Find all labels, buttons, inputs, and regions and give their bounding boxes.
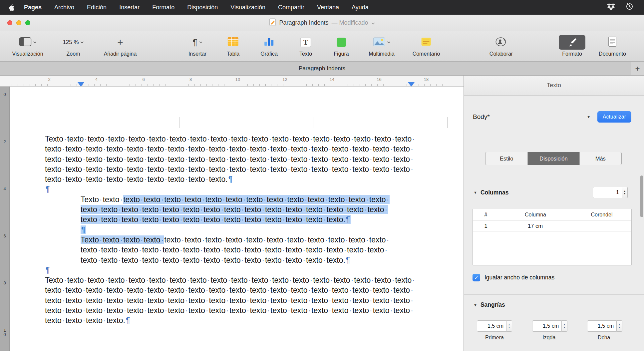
- indent-marker-right[interactable]: [408, 82, 415, 87]
- tab-mas[interactable]: Más: [579, 152, 621, 165]
- columns-disclosure-triangle-icon[interactable]: ▼: [474, 190, 477, 194]
- menu-item[interactable]: Pages: [18, 4, 48, 11]
- columns-table-cell[interactable]: [572, 220, 631, 231]
- table-button[interactable]: Tabla: [227, 34, 239, 57]
- view-button[interactable]: Visualización: [12, 34, 43, 57]
- document-tab[interactable]: Paragraph Indents: [299, 65, 345, 72]
- document-text[interactable]: Texto·texto·texto·texto·texto·texto·text…: [45, 134, 416, 326]
- text-line[interactable]: texto·texto·texto·texto·texto·texto·text…: [45, 154, 416, 164]
- menu-item[interactable]: Visualización: [224, 4, 272, 11]
- space-invisible-dot: ·: [62, 286, 66, 294]
- text-line[interactable]: Texto·texto·texto·texto·texto·texto·text…: [45, 235, 416, 245]
- space-invisible-dot: ·: [304, 235, 308, 244]
- document-button[interactable]: Documento: [599, 34, 626, 57]
- style-dropdown-caret-icon[interactable]: ▼: [587, 115, 591, 119]
- title-chevron-down-icon[interactable]: [371, 19, 375, 26]
- text-line[interactable]: texto·texto·texto·texto·texto·texto·text…: [45, 295, 416, 305]
- indents-disclosure-triangle-icon[interactable]: ▼: [474, 303, 477, 307]
- menu-item[interactable]: Archivo: [48, 4, 81, 11]
- indent-marker-left[interactable]: [78, 82, 84, 87]
- space-invisible-dot: ·: [289, 276, 293, 284]
- text-line[interactable]: texto·texto·texto·texto·texto·texto·text…: [45, 214, 416, 224]
- right-indent-stepper[interactable]: ▲▼: [617, 320, 622, 332]
- menu-item[interactable]: Formato: [146, 4, 181, 11]
- text-line[interactable]: texto·texto·texto·texto·texto·texto·text…: [45, 305, 416, 315]
- text-line[interactable]: texto·texto·texto·texto·texto·texto·text…: [45, 174, 416, 184]
- menu-item[interactable]: Insertar: [113, 4, 146, 11]
- update-style-button[interactable]: Actualizar: [597, 111, 631, 123]
- zoom-control[interactable]: 125 % Zoom: [63, 34, 84, 57]
- sidebar-scrollbar-thumb[interactable]: [640, 176, 643, 217]
- text-line[interactable]: ¶: [45, 184, 416, 194]
- right-indent-input[interactable]: [587, 320, 617, 332]
- chart-button[interactable]: Gráfica: [260, 34, 278, 57]
- chevron-down-icon: [33, 41, 36, 43]
- text-line[interactable]: texto·texto·texto·texto·texto·texto·text…: [45, 204, 416, 214]
- columns-table-row[interactable]: 117 cm: [473, 220, 631, 232]
- table-cell[interactable]: [313, 117, 448, 128]
- insert-button[interactable]: ¶ Insertar: [188, 34, 206, 57]
- space-invisible-dot: ·: [386, 235, 390, 244]
- columns-table-cell[interactable]: 1: [473, 220, 499, 231]
- space-invisible-dot: ·: [97, 256, 101, 264]
- format-button[interactable]: Formato: [559, 34, 585, 57]
- text-line[interactable]: texto·texto·texto·texto·texto·texto·text…: [45, 245, 416, 255]
- columns-count-input[interactable]: [593, 187, 622, 198]
- menu-item[interactable]: Ayuda: [345, 4, 375, 11]
- left-indent-stepper[interactable]: ▲▼: [562, 320, 567, 332]
- text-line[interactable]: Texto·texto·texto·texto·texto·texto·text…: [45, 275, 416, 285]
- first-line-indent-stepper[interactable]: ▲▼: [506, 320, 512, 332]
- table-cell[interactable]: [179, 117, 314, 128]
- apple-menu-icon[interactable]: [9, 4, 14, 11]
- text-line[interactable]: texto·texto·texto·texto·texto·texto·text…: [45, 144, 416, 154]
- space-invisible-dot: ·: [201, 195, 205, 204]
- stepper-up-icon[interactable]: ▲: [624, 190, 626, 192]
- text-line[interactable]: Texto·texto·texto·texto·texto·texto·text…: [45, 194, 416, 204]
- space-invisible-dot: ·: [63, 276, 67, 284]
- document-modified-status: — Modificado: [332, 19, 368, 26]
- menu-item[interactable]: Edición: [81, 4, 113, 11]
- paragraph-style-name[interactable]: Body*: [473, 113, 490, 121]
- menu-item[interactable]: Compartir: [272, 4, 311, 11]
- text-line[interactable]: texto·texto·texto·texto.¶: [45, 315, 416, 325]
- comment-button[interactable]: Comentario: [413, 34, 440, 57]
- menu-item[interactable]: Ventana: [311, 4, 345, 11]
- left-indent-input[interactable]: [532, 320, 562, 332]
- minimize-window-button[interactable]: [16, 20, 21, 25]
- add-tab-button[interactable]: +: [631, 62, 644, 75]
- columns-count-stepper[interactable]: ▲▼: [622, 187, 628, 198]
- text-line[interactable]: ¶: [45, 225, 416, 235]
- text-button[interactable]: T Texto: [299, 34, 312, 57]
- shape-button[interactable]: Figura: [334, 34, 349, 57]
- equal-width-checkbox[interactable]: ✓: [473, 274, 480, 281]
- document-page[interactable]: Texto·texto·texto·texto·texto·texto·text…: [10, 87, 464, 351]
- text-line[interactable]: ¶: [45, 265, 416, 275]
- text-line[interactable]: texto·texto·texto·texto·texto·texto·text…: [45, 285, 416, 295]
- tab-estilo[interactable]: Estilo: [485, 152, 527, 165]
- space-invisible-dot: ·: [287, 165, 291, 174]
- text-line[interactable]: texto·texto·texto·texto·texto·texto·text…: [45, 164, 416, 174]
- space-invisible-dot: ·: [120, 235, 124, 244]
- tab-disposicion[interactable]: Disposición: [527, 152, 579, 165]
- space-invisible-dot: ·: [391, 276, 395, 284]
- time-machine-icon[interactable]: [626, 3, 633, 12]
- zoom-value[interactable]: 125 %: [63, 39, 79, 46]
- dropbox-icon[interactable]: [607, 3, 615, 12]
- columns-table-cell[interactable]: 17 cm: [499, 220, 572, 231]
- first-line-indent-input[interactable]: [477, 320, 506, 332]
- insert-label: Insertar: [188, 51, 206, 57]
- collaborate-button[interactable]: Colaborar: [489, 34, 513, 57]
- media-button[interactable]: Multimedia: [369, 34, 394, 57]
- ruler-horizontal[interactable]: 24681012141618: [0, 76, 464, 87]
- menu-item[interactable]: Disposición: [181, 4, 224, 11]
- document-table[interactable]: [45, 117, 448, 128]
- zoom-window-button[interactable]: [25, 20, 30, 25]
- text-line[interactable]: texto·texto·texto·texto·texto·texto·text…: [45, 255, 416, 265]
- text-line[interactable]: Texto·texto·texto·texto·texto·texto·text…: [45, 134, 416, 144]
- close-window-button[interactable]: [7, 20, 12, 25]
- table-cell[interactable]: [45, 117, 179, 128]
- space-invisible-dot: ·: [186, 276, 190, 284]
- stepper-down-icon[interactable]: ▼: [624, 192, 626, 195]
- add-page-button[interactable]: + Añadir página: [104, 34, 137, 57]
- space-invisible-dot: ·: [246, 306, 250, 315]
